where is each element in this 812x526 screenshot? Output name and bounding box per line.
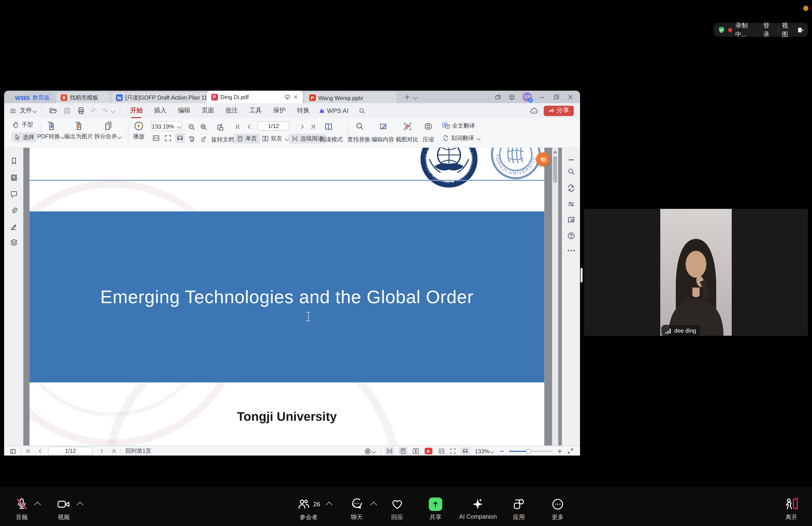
- cloud-sync-icon[interactable]: [530, 107, 538, 114]
- participants-button[interactable]: 26 参会者: [297, 497, 320, 521]
- find-replace-label[interactable]: 查找替换: [348, 136, 371, 143]
- zoom-input[interactable]: 133.19%: [151, 121, 182, 131]
- comment-icon[interactable]: [10, 190, 18, 198]
- one-to-one-icon[interactable]: [438, 447, 445, 454]
- menu-edit[interactable]: 编辑: [178, 106, 190, 115]
- recording-label[interactable]: 录制中...: [735, 21, 758, 39]
- video-button[interactable]: 视频: [57, 497, 71, 521]
- menu-insert[interactable]: 插入: [154, 106, 166, 115]
- menu-convert[interactable]: 转换: [297, 106, 309, 115]
- layout-view-icon[interactable]: [797, 26, 804, 33]
- open-folder-icon[interactable]: [49, 107, 57, 114]
- settings-sliders-icon[interactable]: [567, 200, 575, 208]
- first-page-icon[interactable]: [25, 448, 31, 454]
- compare-label[interactable]: 截图对比: [395, 136, 418, 143]
- chat-button[interactable]: 聊天: [350, 497, 363, 521]
- tab-pdf-active[interactable]: P Ding Di.pdf: [206, 91, 303, 103]
- view-button[interactable]: 视图: [782, 21, 794, 39]
- close-tab-icon[interactable]: [293, 94, 298, 100]
- window-stack-icon[interactable]: [495, 94, 501, 100]
- save-icon[interactable]: [63, 107, 71, 114]
- page-scrollbar[interactable]: [552, 148, 558, 446]
- undo-icon[interactable]: ↶: [91, 106, 97, 115]
- panel-drag-handle[interactable]: [580, 268, 583, 283]
- double-page-icon[interactable]: [412, 447, 419, 454]
- rotate-right-icon[interactable]: [200, 135, 207, 143]
- page-input[interactable]: 1/12: [48, 447, 93, 455]
- menu-protect[interactable]: 保护: [273, 106, 285, 115]
- single-page-button[interactable]: 单页: [234, 134, 260, 143]
- menu-wps-ai[interactable]: WPS AI: [327, 107, 348, 114]
- chat-options-chevron[interactable]: [371, 502, 377, 508]
- minimize-icon[interactable]: [539, 94, 546, 100]
- tab-list-chevron[interactable]: [413, 95, 417, 100]
- share-screen-button[interactable]: 共享: [429, 497, 442, 521]
- print-icon[interactable]: [77, 107, 85, 114]
- last-page-icon[interactable]: [309, 123, 316, 130]
- monitor-icon[interactable]: [284, 94, 290, 100]
- scroll-up-icon[interactable]: [552, 150, 558, 154]
- ai-companion-button[interactable]: AI Companion: [459, 497, 497, 520]
- translate-icon[interactable]: [567, 184, 575, 192]
- hand-tool[interactable]: 手型: [12, 121, 33, 129]
- rotate-doc-label[interactable]: 旋转文档: [211, 136, 234, 143]
- thumbnails-icon[interactable]: [10, 174, 18, 182]
- play-button[interactable]: 播放: [124, 121, 153, 140]
- next-page-icon[interactable]: [99, 448, 105, 454]
- book-icon[interactable]: [324, 122, 333, 131]
- collapse-icon[interactable]: [567, 156, 575, 164]
- last-page-icon[interactable]: [111, 448, 117, 454]
- translate-full-button[interactable]: 全文翻译: [442, 122, 475, 130]
- zoom-in-icon[interactable]: [200, 123, 208, 131]
- undo-list-chevron[interactable]: [111, 108, 115, 113]
- page-input[interactable]: 1/12: [257, 121, 289, 130]
- pdf-page[interactable]: SCHOOL OF POLITICAL SCIENCE & INTERNATIO…: [29, 148, 544, 446]
- zoom-minus-icon[interactable]: [498, 448, 505, 454]
- participants-options-chevron[interactable]: [326, 502, 332, 508]
- tab-home[interactable]: W365 教育版: [11, 92, 54, 103]
- layers-icon[interactable]: [10, 238, 18, 246]
- one-to-one-icon[interactable]: [152, 134, 160, 142]
- pdf-tools-fab[interactable]: [536, 152, 550, 166]
- login-button[interactable]: 登录: [763, 21, 775, 39]
- search-icon[interactable]: [567, 168, 575, 176]
- scrollbar-thumb[interactable]: [553, 156, 557, 183]
- restore-icon[interactable]: [553, 94, 560, 100]
- share-button[interactable]: 分享: [544, 105, 574, 116]
- more-button[interactable]: 更多: [551, 497, 565, 521]
- fit-width-button[interactable]: [461, 447, 470, 455]
- add-tab-icon[interactable]: [404, 94, 410, 100]
- compare-icon[interactable]: [403, 122, 412, 131]
- participant-video-tile[interactable]: dee ding: [584, 209, 808, 336]
- menu-annotate[interactable]: 批注: [226, 106, 238, 115]
- continuous-view-button[interactable]: [385, 447, 394, 455]
- select-tool[interactable]: 选择: [11, 132, 37, 142]
- compress-label[interactable]: 压缩: [423, 136, 434, 143]
- search-icon[interactable]: [358, 107, 366, 114]
- zoom-slider[interactable]: [509, 451, 552, 451]
- more-icon[interactable]: [567, 249, 575, 252]
- reading-guide-icon[interactable]: [567, 215, 575, 224]
- leave-button[interactable]: 离开: [784, 497, 798, 521]
- redo-icon[interactable]: ↷: [102, 106, 108, 115]
- account-avatar[interactable]: 文琦 企: [523, 92, 532, 101]
- menu-page[interactable]: 页面: [202, 106, 214, 115]
- read-mode-label[interactable]: 阅读模式: [320, 136, 343, 143]
- window-close-icon[interactable]: [567, 94, 574, 100]
- menu-home[interactable]: 开始: [130, 106, 143, 115]
- fit-page-icon[interactable]: [164, 134, 172, 142]
- zoom-plus-icon[interactable]: [557, 448, 563, 454]
- prev-page-icon[interactable]: [246, 123, 252, 130]
- fit-width-button[interactable]: [175, 133, 185, 143]
- double-page-button[interactable]: 双页: [261, 135, 289, 143]
- menu-icon[interactable]: [9, 107, 17, 114]
- file-menu-chevron[interactable]: [32, 108, 37, 113]
- rotate-left-icon[interactable]: [188, 135, 195, 143]
- file-menu[interactable]: 文件: [20, 106, 32, 115]
- edit-content-icon[interactable]: [378, 122, 388, 131]
- fullscreen-icon[interactable]: [567, 447, 574, 454]
- video-options-chevron[interactable]: [77, 502, 83, 508]
- find-replace-icon[interactable]: [355, 122, 364, 131]
- split-merge-button[interactable]: 拆分合并: [94, 121, 123, 140]
- pdf-convert-button[interactable]: PDF转换: [37, 121, 66, 140]
